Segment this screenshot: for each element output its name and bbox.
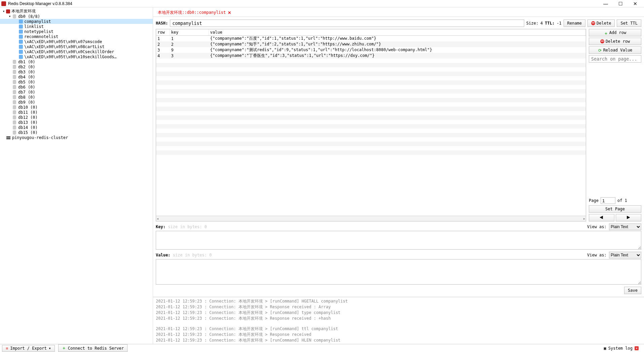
tree-db[interactable]: db7 (0) [0, 90, 153, 95]
tree-db[interactable]: db4 (0) [0, 74, 153, 79]
tree-connection[interactable]: ▾ 本地开发环境 [0, 9, 153, 14]
key-label: \xAC\xED\x00\x05t\x00\x10seckillGoods… [24, 55, 117, 59]
tree-key[interactable]: linklist [0, 24, 153, 29]
table-row[interactable] [156, 137, 586, 142]
table-row[interactable] [156, 107, 586, 111]
set-page-button[interactable]: Set Page [589, 205, 641, 213]
table-row[interactable] [156, 76, 586, 80]
tree-key[interactable]: recommnotelist [0, 34, 153, 39]
scroll-left-icon[interactable]: ◂ [157, 217, 158, 220]
table-row[interactable] [156, 146, 586, 150]
table-row[interactable] [156, 133, 586, 137]
value-view-as-select[interactable]: Plain Text [609, 252, 641, 258]
delete-row-button[interactable]: Delete row [589, 38, 641, 45]
close-icon[interactable]: ✕ [228, 10, 231, 15]
close-icon[interactable]: ✕ [635, 346, 639, 350]
search-input[interactable] [589, 55, 641, 63]
key-editor[interactable] [156, 231, 641, 250]
tab-key[interactable]: 本地开发环境::db0::companylist ✕ [156, 9, 233, 16]
grid-header-row[interactable]: row [156, 29, 170, 36]
table-row[interactable]: 11{"companyname":"百度","id":1,"status":1,… [156, 36, 586, 42]
grid-scroll[interactable]: row key value 11{"companyname":"百度","id"… [156, 29, 586, 216]
scroll-right-icon[interactable]: ▸ [583, 217, 585, 220]
value-editor-label: Value: [156, 253, 170, 257]
tree-db[interactable]: db13 (0) [0, 120, 153, 125]
tree-key[interactable]: companylist [0, 19, 153, 24]
connection-icon [6, 9, 10, 13]
tree-db[interactable]: db15 (0) [0, 130, 153, 135]
set-ttl-button[interactable]: Set TTL [617, 20, 641, 27]
maximize-button[interactable]: ☐ [613, 0, 628, 7]
table-row[interactable] [156, 115, 586, 120]
key-name-input[interactable] [170, 20, 524, 27]
tree-db[interactable]: db2 (0) [0, 64, 153, 69]
horizontal-scrollbar[interactable]: ◂▸ [156, 216, 586, 221]
add-row-button[interactable]: ＋Add row [589, 29, 641, 36]
log-panel[interactable]: 2021-01-12 12:59:23 : Connection: 本地开发环境… [153, 297, 644, 344]
ttl-value: -1 [557, 21, 561, 26]
tree-db[interactable]: db10 (0) [0, 105, 153, 110]
tree-db0[interactable]: ▾ db0 (8/8) [0, 14, 153, 19]
collapse-icon[interactable]: ▾ [1, 9, 6, 13]
collapse-icon[interactable]: ▾ [7, 14, 12, 19]
connect-button[interactable]: ＋ Connect to Redis Server [58, 344, 128, 352]
system-log-toggle[interactable]: ▣ System log ✕ [601, 345, 642, 351]
table-row[interactable] [156, 85, 586, 89]
table-row[interactable] [156, 124, 586, 129]
tree-db[interactable]: db14 (0) [0, 125, 153, 130]
tree-db[interactable]: db3 (0) [0, 69, 153, 74]
ttl-label: TTL: [545, 21, 554, 26]
grid-header-key[interactable]: key [170, 29, 209, 36]
table-row[interactable] [156, 94, 586, 98]
reload-value-button[interactable]: ⟳Reload Value [589, 46, 641, 54]
table-row[interactable] [156, 63, 586, 67]
table-row[interactable]: 22{"companyname":"知乎","id":2,"status":1,… [156, 41, 586, 47]
tree-connection[interactable]: pinyougou-redis-cluster [0, 135, 153, 140]
tree-db[interactable]: db12 (0) [0, 115, 153, 120]
key-view-as-select[interactable]: Plain Text [609, 223, 641, 230]
close-button[interactable]: ✕ [628, 0, 643, 7]
tree-db[interactable]: db8 (0) [0, 95, 153, 100]
table-row[interactable] [156, 59, 586, 63]
table-row[interactable]: 43{"companyname":"丁香医生","id":3,"status":… [156, 53, 586, 59]
page-input[interactable] [601, 197, 615, 204]
tree-db[interactable]: db9 (0) [0, 100, 153, 105]
table-row[interactable] [156, 142, 586, 146]
table-row[interactable] [156, 150, 586, 155]
delete-button[interactable]: Delete [587, 20, 615, 27]
table-row[interactable] [156, 89, 586, 94]
table-row[interactable] [156, 67, 586, 72]
table-row[interactable] [156, 120, 586, 124]
db-label: db11 (0) [18, 110, 38, 115]
value-editor[interactable] [156, 259, 641, 285]
log-line: 2021-01-12 12:59:23 : Connection: 本地开发环境… [156, 304, 641, 310]
tree-key[interactable]: \xAC\xED\x00\x05t\x00\x10seckillGoods… [0, 54, 153, 59]
table-row[interactable]: 39{"companyname":"测试redis","id":9,"statu… [156, 47, 586, 53]
sidebar[interactable]: ▾ 本地开发环境 ▾ db0 (8/8) companylist linklis… [0, 7, 153, 344]
save-button[interactable]: Save [624, 287, 641, 294]
content: 本地开发环境::db0::companylist ✕ HASH: Size: 4… [153, 7, 644, 344]
next-page-button[interactable]: ⯈ [616, 214, 641, 221]
database-icon [12, 65, 17, 69]
table-row[interactable] [156, 80, 586, 85]
table-row[interactable] [156, 129, 586, 133]
tree-key[interactable]: \xAC\xED\x00\x05t\x00\x07smscode [0, 39, 153, 44]
table-row[interactable] [156, 102, 586, 107]
table-row[interactable] [156, 98, 586, 102]
import-export-button[interactable]: ≡ Import / Export ▾ [2, 345, 55, 352]
tree-db[interactable]: db5 (0) [0, 79, 153, 84]
key-size-hint: size in bytes: 0 [168, 224, 207, 229]
tree-db[interactable]: db6 (0) [0, 84, 153, 90]
tree-db[interactable]: db1 (0) [0, 59, 153, 64]
rename-button[interactable]: Rename [564, 20, 585, 27]
minimize-button[interactable]: — [598, 0, 613, 7]
table-row[interactable] [156, 111, 586, 115]
tree-db[interactable]: db11 (0) [0, 110, 153, 115]
tree-key[interactable]: notetypelist [0, 29, 153, 34]
grid-header-value[interactable]: value [209, 29, 586, 36]
table-row[interactable] [156, 72, 586, 76]
tree-key[interactable]: \xAC\xED\x00\x05t\x00\x08cartList [0, 44, 153, 49]
database-icon [12, 75, 17, 79]
tree-key[interactable]: \xAC\xED\x00\x05t\x00\x0CseckillOrder [0, 49, 153, 54]
prev-page-button[interactable]: ⯇ [589, 214, 614, 221]
